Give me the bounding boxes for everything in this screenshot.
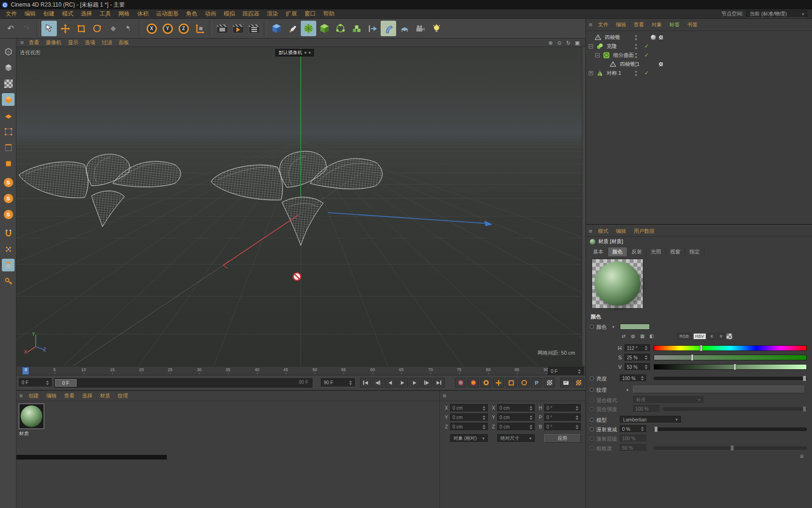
swatches-icon[interactable]	[726, 333, 732, 339]
rotate-view-icon[interactable]: ↻	[565, 40, 572, 46]
menu-item[interactable]: 模拟	[220, 9, 239, 19]
om-menu-item[interactable]: 查看	[630, 21, 648, 29]
enable-snap-button[interactable]	[2, 227, 15, 239]
next-frame-button[interactable]	[409, 378, 420, 388]
rgb-mode-button[interactable]: RGB	[677, 333, 691, 340]
material-preview[interactable]	[592, 259, 643, 309]
model-mode-button[interactable]	[2, 93, 15, 106]
am-menu-item[interactable]: 编辑	[612, 227, 630, 235]
diffuse-falloff-knob[interactable]	[654, 426, 658, 432]
visibility-dots-icon[interactable]	[635, 35, 637, 40]
object-row[interactable]: 四棱锥	[586, 33, 812, 42]
size-x-field[interactable]: 0 cm	[497, 404, 535, 412]
menu-item[interactable]: 帮助	[320, 9, 338, 19]
menu-item[interactable]: 扩展	[282, 9, 301, 19]
menu-item[interactable]: 网格	[115, 9, 133, 19]
autokeying-button[interactable]	[468, 378, 479, 388]
saturation-field[interactable]: 25 %	[625, 354, 650, 361]
last-tool-button[interactable]	[105, 21, 121, 36]
rot-h-field[interactable]: 0 °	[544, 404, 581, 412]
color-expand-icon[interactable]	[612, 324, 615, 329]
object-mode-button[interactable]	[2, 61, 15, 74]
pos-z-field[interactable]: 0 cm	[450, 423, 488, 431]
texture-mode-button[interactable]	[2, 77, 15, 90]
viewport-splitter[interactable]	[582, 47, 586, 366]
menu-item[interactable]: 窗口	[301, 9, 320, 19]
polygons-mode-button[interactable]	[2, 157, 15, 170]
brightness-knob[interactable]	[803, 375, 806, 381]
move-tool-button[interactable]	[57, 21, 73, 36]
diffuse-falloff-slider[interactable]	[654, 428, 807, 431]
color-wheel-icon[interactable]: ◍	[629, 333, 637, 340]
deformers-button[interactable]	[381, 21, 396, 36]
om-menu-item[interactable]: 书签	[684, 21, 702, 29]
scale-tool-button[interactable]	[73, 21, 89, 36]
object-axis-gizmo[interactable]	[73, 48, 492, 366]
record-active-objects-button[interactable]	[455, 378, 466, 388]
brightness-field[interactable]: 100 %	[620, 374, 646, 382]
am-menu-item[interactable]: 模式	[594, 227, 612, 235]
saturation-slider-handle[interactable]	[691, 354, 694, 361]
menu-item[interactable]: 角色	[182, 9, 201, 19]
texture-expand-icon[interactable]	[626, 387, 629, 392]
visibility-dots-icon[interactable]	[635, 62, 637, 67]
menu-item[interactable]: 动画	[201, 9, 220, 19]
render-picture-viewer-button[interactable]	[230, 21, 246, 36]
camera-tooltip[interactable]: 默认摄像机	[275, 49, 314, 56]
texture-tag-icon[interactable]	[658, 35, 664, 40]
viewport-menu-item[interactable]: 查看	[26, 39, 43, 47]
lock-y-axis-button[interactable]: Y	[160, 21, 175, 36]
coord-mode-dropdown[interactable]: 对象 (相对)	[450, 434, 488, 443]
om-menu-item[interactable]: 文件	[594, 21, 612, 29]
animation-palette-button[interactable]	[573, 378, 584, 388]
viewport-menu-item[interactable]: 面板	[116, 39, 133, 47]
workplane-mode-button[interactable]	[2, 109, 15, 122]
hue-slider[interactable]	[654, 345, 807, 351]
range-start-handle[interactable]: 0 F	[55, 379, 77, 387]
anim-dot-icon[interactable]	[590, 418, 594, 422]
menu-item[interactable]: 体积	[133, 9, 152, 19]
mixer-icon[interactable]: ◧	[648, 333, 656, 340]
anim-dot-icon[interactable]	[590, 427, 594, 431]
mograph-button[interactable]	[333, 21, 348, 36]
timeline-ruler[interactable]: 0 5 10 15 20 25 30 35 40 45 50 55 60 65 …	[16, 366, 586, 375]
texture-tag-icon[interactable]	[658, 62, 664, 67]
apply-button[interactable]: 应用	[544, 434, 581, 443]
lock-x-axis-button[interactable]: X	[144, 21, 159, 36]
end-frame-field[interactable]: 90 F	[321, 378, 355, 387]
environment-button[interactable]	[397, 21, 412, 36]
rot-b-field[interactable]: 0 °	[544, 423, 581, 431]
am-menu-item[interactable]: 用户数据	[630, 227, 658, 235]
tab-color[interactable]: 颜色	[608, 247, 627, 256]
tab-illumination[interactable]: 光照	[647, 247, 666, 256]
menu-item[interactable]: 创建	[39, 9, 58, 19]
object-label[interactable]: 对称.1	[605, 70, 621, 77]
color-section-header[interactable]: 颜色	[591, 313, 601, 320]
material-thumbnail[interactable]	[19, 404, 44, 429]
tab-assign[interactable]: 指定	[685, 247, 704, 256]
hsv-mode-button[interactable]: HSV	[693, 333, 707, 340]
visibility-dots-icon[interactable]	[635, 71, 637, 76]
enabled-check-icon[interactable]	[644, 70, 649, 76]
current-frame-field[interactable]: 0 F	[19, 378, 52, 387]
record-pla-button[interactable]	[544, 378, 555, 388]
size-mode-dropdown[interactable]: 绝对尺寸	[497, 434, 535, 443]
record-scale-button[interactable]	[506, 378, 517, 388]
material-menu-item[interactable]: 选择	[78, 392, 96, 400]
object-row[interactable]: 细分曲面	[586, 51, 812, 60]
toggle-view-icon[interactable]: ▣	[574, 40, 581, 46]
enabled-check-icon[interactable]	[644, 43, 649, 49]
menu-item[interactable]: 模式	[58, 9, 77, 19]
phong-tag-icon[interactable]	[651, 35, 656, 40]
keyframe-selection-button[interactable]	[480, 378, 492, 388]
redo-button[interactable]	[19, 21, 34, 36]
go-to-end-button[interactable]	[433, 378, 445, 388]
size-y-field[interactable]: 0 cm	[497, 413, 535, 421]
anim-dot-icon[interactable]	[590, 325, 594, 329]
model-dropdown[interactable]: Lambertian	[620, 416, 681, 423]
timeline-range-slider[interactable]: 0 F 90 F	[54, 378, 312, 388]
generators-button[interactable]	[317, 21, 332, 36]
visibility-dots-icon[interactable]	[635, 44, 637, 49]
material-menu-item[interactable]: 编辑	[43, 392, 61, 400]
camera-button[interactable]	[413, 21, 428, 36]
